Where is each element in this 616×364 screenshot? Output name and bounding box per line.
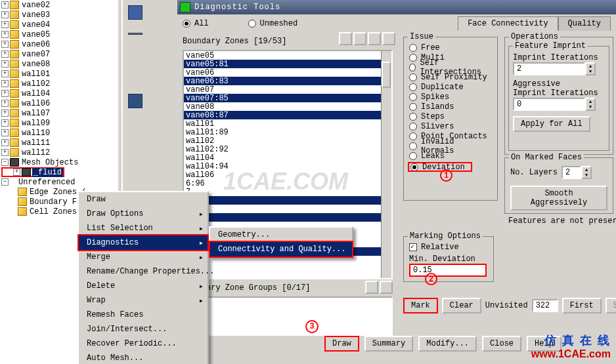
list-item[interactable]: wall06 <box>184 171 391 179</box>
expand-icon[interactable]: + <box>1 139 9 146</box>
tree-fluid[interactable]: +_fluid <box>1 167 64 177</box>
expand-icon[interactable]: + <box>1 31 9 38</box>
list-item[interactable]: vane08 <box>184 102 391 111</box>
collapse-icon[interactable]: − <box>1 159 9 166</box>
list-item[interactable]: vane08:87 <box>184 111 391 119</box>
expand-icon[interactable]: + <box>1 41 9 48</box>
expand-icon[interactable]: + <box>1 21 9 28</box>
tool-icon[interactable] <box>128 94 143 108</box>
close-button[interactable]: Close <box>482 336 521 352</box>
min-deviation-input[interactable]: 0.15 <box>409 264 487 277</box>
issue-radio[interactable]: Free <box>409 43 492 52</box>
list-btn-1[interactable] <box>365 281 378 294</box>
tree-item[interactable]: +vane04 <box>0 20 118 30</box>
issue-radio[interactable]: Islands <box>409 102 492 111</box>
list-item[interactable]: wall04:94 <box>184 162 391 171</box>
expand-icon[interactable]: + <box>1 11 9 18</box>
tree-item[interactable]: +vane05 <box>0 30 118 39</box>
list-btn-2[interactable] <box>380 281 393 294</box>
tree-item[interactable]: +vane02 <box>0 0 118 10</box>
layers-spinner[interactable]: 2▲▼ <box>561 166 592 179</box>
issue-radio[interactable]: Duplicate <box>409 82 492 92</box>
list-item[interactable]: wall01 <box>184 119 391 128</box>
collapse-icon[interactable]: − <box>1 178 9 186</box>
tree-item[interactable]: +vane07 <box>0 49 118 59</box>
list-btn-3[interactable] <box>368 32 381 45</box>
expand-icon[interactable]: + <box>1 1 9 9</box>
ctx-join[interactable]: Join/Intersect... <box>79 322 208 336</box>
expand-icon[interactable]: + <box>1 51 9 58</box>
clear-button[interactable]: Clear <box>442 298 481 313</box>
ctx-diagnostics[interactable]: Diagnostics <box>77 234 209 251</box>
list-item[interactable]: vane06:83 <box>184 77 391 85</box>
tree-item[interactable]: +wall07 <box>0 108 118 118</box>
ctx-automesh[interactable]: Auto Mesh... <box>79 351 208 364</box>
sub-geometry[interactable]: Geometry... <box>210 228 352 242</box>
tree-item[interactable]: +vane03 <box>0 10 118 20</box>
tree-item[interactable]: +wall10 <box>0 128 118 138</box>
list-item[interactable]: 9:100 <box>184 213 391 222</box>
ctx-delete[interactable]: Delete <box>79 279 208 293</box>
summary-button[interactable]: Summary <box>364 336 413 352</box>
smooth-aggressively-button[interactable]: Smooth Aggressively <box>510 186 607 211</box>
spinner-buttons[interactable]: ▲▼ <box>585 98 596 111</box>
spinner-value[interactable]: 0 <box>513 98 585 111</box>
radio-all[interactable]: All <box>183 19 209 28</box>
issue-radio[interactable]: Spikes <box>409 92 492 102</box>
first-button[interactable]: First <box>562 298 602 313</box>
tree-mesh-objects[interactable]: −Mesh Objects <box>0 157 118 167</box>
spinner-value[interactable]: 2 <box>561 166 581 179</box>
list-item[interactable]: wall02:92 <box>184 145 391 153</box>
imprint-iter-spinner[interactable]: 2▲▼ <box>513 62 596 75</box>
tab-quality[interactable]: Quality <box>558 16 611 31</box>
ctx-merge[interactable]: Merge <box>79 250 208 264</box>
tree-unreferenced[interactable]: −Unreferenced <box>0 177 118 187</box>
tab-face-connectivity[interactable]: Face Connectivity <box>458 16 558 31</box>
list-item[interactable]: wall01:89 <box>184 128 391 136</box>
expand-icon[interactable]: + <box>1 119 9 127</box>
scrollbar[interactable] <box>381 51 391 278</box>
spinner-buttons[interactable]: ▲▼ <box>585 62 596 75</box>
draw-button[interactable]: Draw <box>324 336 359 352</box>
ctx-rename[interactable]: Rename/Change Properties... <box>79 264 208 279</box>
ctx-draw-options[interactable]: Draw Options <box>79 207 208 221</box>
ctx-list-selection[interactable]: List Selection <box>79 221 208 235</box>
list-btn-2[interactable] <box>353 32 366 45</box>
tree-item[interactable]: +vane06 <box>0 39 118 49</box>
sub-connectivity-quality[interactable]: Connectivity and Quality... <box>209 241 353 258</box>
aggressive-iter-spinner[interactable]: 0▲▼ <box>513 98 596 111</box>
unvisited-value[interactable]: 322 <box>532 299 558 312</box>
issue-radio[interactable]: Steps <box>409 111 492 121</box>
expand-icon[interactable]: + <box>1 60 9 68</box>
expand-icon[interactable]: + <box>1 100 9 107</box>
mark-button[interactable]: Mark <box>403 298 438 313</box>
cube-wireframe-icon[interactable] <box>128 5 143 20</box>
expand-icon[interactable]: + <box>1 70 9 77</box>
expand-icon[interactable]: + <box>1 80 9 87</box>
tree-item[interactable]: +wall09 <box>0 118 118 128</box>
list-item[interactable]: wall04 <box>184 153 391 162</box>
list-item[interactable]: ield <box>184 306 391 315</box>
tree-item[interactable]: +wall06 <box>0 98 118 108</box>
tree-item[interactable]: +wall12 <box>0 148 118 157</box>
list-item[interactable]: vane06 <box>184 68 391 77</box>
tree-item[interactable]: +wall11 <box>0 138 118 148</box>
radio-unmeshed[interactable]: Unmeshed <box>248 19 298 28</box>
tree-item[interactable]: +wall04 <box>0 89 118 98</box>
tree-item[interactable]: +wall01 <box>0 69 118 79</box>
expand-icon[interactable]: + <box>1 90 9 97</box>
expand-icon[interactable]: + <box>1 149 9 156</box>
issue-radio[interactable]: Slivers <box>409 121 492 131</box>
list-item[interactable]: 7 <box>184 188 391 196</box>
expand-icon[interactable]: + <box>1 110 9 117</box>
apply-for-all-button[interactable]: Apply for All <box>513 116 590 132</box>
tree-item[interactable]: +wall02 <box>0 79 118 89</box>
select-button[interactable]: Select <box>605 298 616 313</box>
ctx-draw[interactable]: Draw <box>79 192 208 207</box>
list-item[interactable]: 7:98 <box>184 196 391 205</box>
issue-radio[interactable]: Deviation <box>408 162 472 172</box>
list-btn-4[interactable] <box>382 32 395 45</box>
list-item[interactable]: vane05 <box>184 51 391 60</box>
list-item[interactable]: ary <box>184 298 391 306</box>
ctx-wrap[interactable]: Wrap <box>79 293 208 308</box>
